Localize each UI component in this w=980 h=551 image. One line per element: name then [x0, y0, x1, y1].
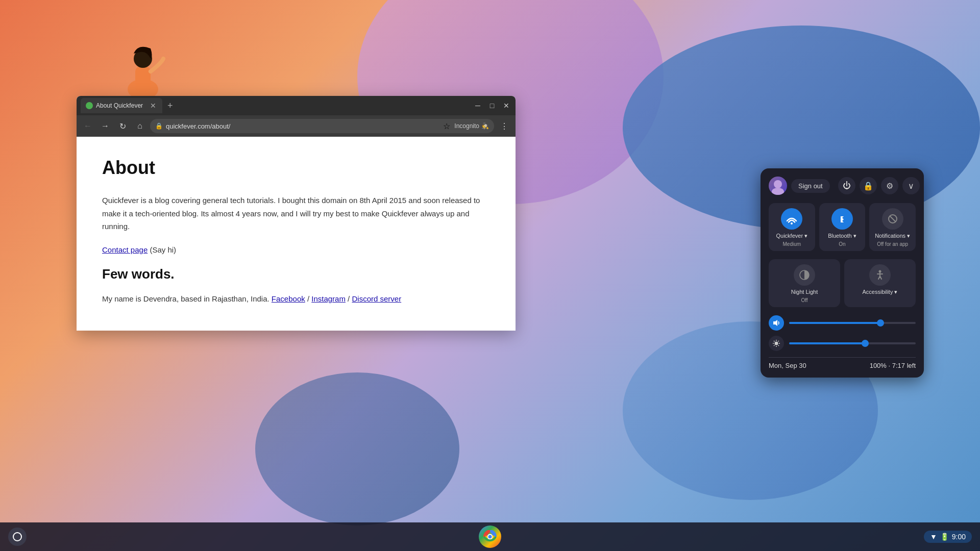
quickfever-tile-sublabel: Medium: [783, 241, 801, 247]
qs-tile-accessibility[interactable]: Accessibility ▾: [844, 259, 916, 307]
tab-close-button[interactable]: ✕: [149, 101, 157, 111]
svg-line-7: [890, 216, 896, 222]
svg-point-10: [775, 342, 778, 345]
expand-button[interactable]: ∨: [902, 177, 920, 194]
svg-line-18: [774, 345, 775, 346]
incognito-label: Incognito: [454, 122, 479, 130]
desktop: About Quickfever ✕ + ─ □ ✕ ← → ↻ ⌂ 🔒 qui…: [0, 0, 980, 551]
browser-title-bar: About Quickfever ✕ + ─ □ ✕: [77, 96, 516, 115]
page-heading: About: [102, 157, 490, 179]
chevron-icon: ∨: [908, 181, 914, 191]
close-button[interactable]: ✕: [501, 101, 511, 111]
qs-tile-night-light[interactable]: Night Light Off: [769, 259, 840, 307]
bio-paragraph: My name is Devendra, based in Rajasthan,…: [102, 292, 490, 306]
settings-button[interactable]: ⚙: [881, 177, 898, 194]
browser-tab[interactable]: About Quickfever ✕: [81, 98, 162, 113]
maximize-button[interactable]: □: [487, 101, 497, 111]
sep2: /: [346, 294, 352, 303]
svg-rect-1: [135, 66, 151, 92]
volume-slider-track[interactable]: [789, 322, 916, 324]
brightness-slider-fill: [789, 342, 865, 344]
more-options-button[interactable]: ⋮: [497, 119, 511, 133]
bio-prefix: My name is Devendra, based in Rajasthan,…: [102, 294, 272, 303]
page-subheading: Few words.: [102, 266, 490, 282]
contact-link[interactable]: Contact page: [102, 245, 148, 254]
forward-button[interactable]: →: [98, 119, 112, 133]
qs-tile-notifications[interactable]: Notifications ▾ Off for an app: [869, 203, 916, 251]
desktop-illustration: [112, 31, 174, 97]
chrome-launcher-button[interactable]: [479, 525, 501, 548]
bg-shape-4: [255, 372, 459, 525]
facebook-link[interactable]: Facebook: [272, 294, 305, 303]
app-launcher-button[interactable]: [8, 528, 27, 546]
taskbar-time: 9:00: [952, 533, 966, 541]
svg-point-5: [791, 222, 793, 224]
system-tray[interactable]: ▼ 🔋 9:00: [924, 531, 972, 543]
quickfever-tile-label: Quickfever ▾: [776, 233, 808, 239]
brightness-slider-thumb[interactable]: [862, 340, 869, 347]
sign-out-button[interactable]: Sign out: [791, 179, 830, 193]
volume-icon: [769, 315, 784, 331]
power-button[interactable]: ⏻: [838, 177, 855, 194]
svg-line-15: [774, 341, 775, 342]
lock-button[interactable]: 🔒: [860, 177, 877, 194]
quickfever-tile-icon: [781, 208, 802, 230]
instagram-link[interactable]: Instagram: [311, 294, 346, 303]
discord-link[interactable]: Discord server: [352, 294, 401, 303]
page-content: About Quickfever is a blog covering gene…: [77, 137, 516, 331]
accessibility-tile-icon: [869, 264, 891, 286]
volume-slider-fill: [789, 322, 880, 324]
bluetooth-tile-icon: [831, 208, 853, 230]
brightness-icon: [769, 336, 784, 351]
qs-tiles-row2: Night Light Off Accessibility ▾: [769, 259, 916, 307]
browser-nav-bar: ← → ↻ ⌂ 🔒 quickfever.com/about/ ☆ Incogn…: [77, 115, 516, 137]
notifications-tile-icon: [882, 208, 903, 230]
qs-bottom-row: Mon, Sep 30 100% · 7:17 left: [769, 357, 916, 369]
volume-slider-thumb[interactable]: [877, 319, 884, 327]
svg-point-23: [488, 535, 492, 539]
quick-settings-panel: Sign out ⏻ 🔒 ⚙ ∨: [761, 168, 924, 378]
about-paragraph: Quickfever is a blog covering general te…: [102, 194, 490, 233]
settings-icon: ⚙: [886, 181, 893, 191]
incognito-badge: Incognito 🕵: [454, 122, 489, 130]
new-tab-button[interactable]: +: [164, 101, 176, 111]
svg-point-3: [774, 180, 782, 188]
window-controls: ─ □ ✕: [473, 101, 511, 111]
incognito-icon: 🕵: [481, 122, 489, 130]
svg-point-4: [772, 188, 784, 195]
night-light-tile-icon: [794, 264, 815, 286]
svg-line-16: [778, 345, 779, 346]
sep1: /: [305, 294, 312, 303]
qs-tile-bluetooth[interactable]: Bluetooth ▾ On: [819, 203, 866, 251]
lock-icon-qs: 🔒: [863, 181, 873, 191]
svg-line-17: [778, 341, 779, 342]
qs-tiles-row1: Quickfever ▾ Medium Bluetooth ▾ On: [769, 203, 916, 251]
tab-title: About Quickfever: [96, 102, 146, 109]
taskbar-center: [479, 525, 501, 548]
bluetooth-tile-label: Bluetooth ▾: [828, 233, 856, 239]
address-right-controls: ☆ Incognito 🕵: [443, 121, 489, 131]
notifications-tile-label: Notifications ▾: [875, 233, 910, 239]
svg-point-19: [13, 533, 21, 541]
contact-paragraph: Contact page (Say hi): [102, 243, 490, 257]
tab-favicon: [86, 102, 93, 109]
bookmark-icon[interactable]: ☆: [443, 121, 450, 131]
power-icon: ⏻: [843, 181, 851, 190]
qs-battery: 100% · 7:17 left: [870, 362, 916, 369]
home-button[interactable]: ⌂: [133, 119, 147, 133]
minimize-button[interactable]: ─: [473, 101, 483, 111]
browser-window: About Quickfever ✕ + ─ □ ✕ ← → ↻ ⌂ 🔒 qui…: [77, 96, 516, 331]
volume-slider-row: [769, 315, 916, 331]
back-button[interactable]: ←: [81, 119, 95, 133]
reload-button[interactable]: ↻: [115, 119, 130, 133]
user-avatar[interactable]: [769, 177, 787, 195]
battery-icon: 🔋: [940, 533, 949, 541]
url-text: quickfever.com/about/: [166, 122, 230, 130]
svg-point-9: [879, 270, 881, 273]
address-bar[interactable]: 🔒 quickfever.com/about/ ☆ Incognito 🕵: [150, 119, 494, 133]
qs-tile-quickfever[interactable]: Quickfever ▾ Medium: [769, 203, 815, 251]
brightness-slider-track[interactable]: [789, 342, 916, 344]
contact-suffix: (Say hi): [148, 245, 176, 254]
night-light-tile-label: Night Light: [791, 289, 818, 295]
qs-date: Mon, Sep 30: [769, 362, 806, 369]
